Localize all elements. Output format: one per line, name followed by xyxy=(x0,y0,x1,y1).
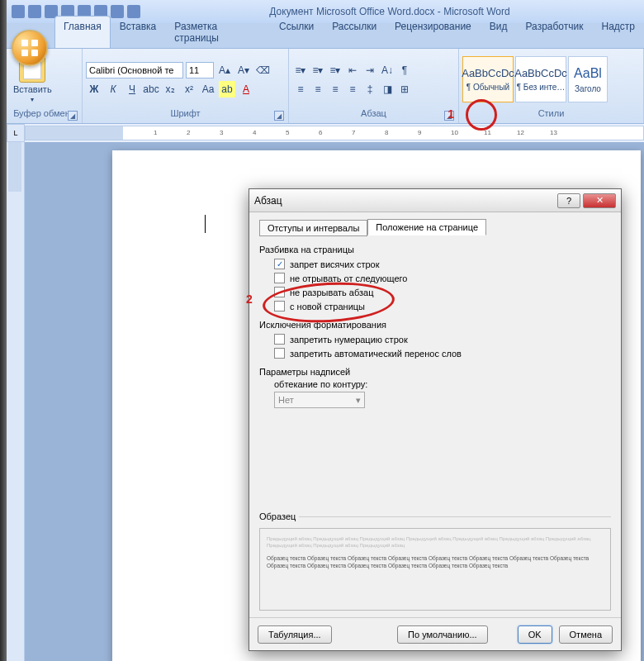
tab-view[interactable]: Вид xyxy=(481,16,517,48)
show-marks-icon[interactable]: ¶ xyxy=(396,62,413,78)
default-button[interactable]: По умолчанию... xyxy=(397,625,488,644)
cancel-button[interactable]: Отмена xyxy=(559,625,613,644)
save-icon[interactable] xyxy=(12,5,25,18)
change-case-icon[interactable]: Aa xyxy=(200,81,216,97)
subscript-icon[interactable]: x₂ xyxy=(162,81,178,97)
tab-layout[interactable]: Разметка страницы xyxy=(165,16,270,48)
italic-icon[interactable]: К xyxy=(105,81,121,97)
ruler-corner-icon[interactable]: L xyxy=(7,124,25,142)
paragraph-dialog: Абзац ? ✕ Отступы и интервалы Положение … xyxy=(249,188,622,651)
office-button[interactable] xyxy=(12,30,48,66)
tab-addins[interactable]: Надстр xyxy=(592,16,644,48)
paste-label: Вставить xyxy=(13,84,52,94)
close-button[interactable]: ✕ xyxy=(583,193,616,208)
ribbon-tabs: Главная Вставка Разметка страницы Ссылки… xyxy=(54,16,644,48)
superscript-icon[interactable]: x² xyxy=(181,81,197,97)
clear-format-icon[interactable]: ⌫ xyxy=(254,62,271,78)
style-heading[interactable]: AaBl Заголо xyxy=(568,56,608,102)
dialog-title: Абзац xyxy=(254,195,555,207)
annotation-circle-1 xyxy=(466,99,497,131)
checkbox-keep-with-next[interactable] xyxy=(274,273,285,283)
section-pagination-label: Разбивка на страницы xyxy=(259,245,611,254)
wrap-label: обтекание по контуру: xyxy=(274,379,611,389)
ok-button[interactable]: OK xyxy=(518,625,552,644)
preview-label: Образец xyxy=(259,511,299,521)
bold-icon[interactable]: Ж xyxy=(86,81,102,97)
checkbox-suppress-line-num[interactable] xyxy=(274,334,285,345)
tab-home[interactable]: Главная xyxy=(54,16,111,48)
shrink-font-icon[interactable]: A▾ xyxy=(235,62,252,78)
tabs-button[interactable]: Табуляция... xyxy=(258,625,332,644)
style-no-spacing[interactable]: AaBbCcDc ¶ Без инте… xyxy=(515,56,566,102)
horizontal-ruler-wrap: L 12 34 56 78 910 1112 13 xyxy=(7,124,644,142)
label-keep-next: не отрывать от следующего xyxy=(290,273,407,283)
numbering-icon[interactable]: ≡▾ xyxy=(310,62,326,78)
tab-mailings[interactable]: Рассылки xyxy=(323,16,386,48)
group-styles-label: Стили xyxy=(538,108,565,118)
checkbox-no-hyphen[interactable] xyxy=(274,348,285,359)
label-suppress-num: запретить нумерацию строк xyxy=(290,335,408,345)
line-spacing-icon[interactable]: ‡ xyxy=(362,81,378,97)
undo-icon[interactable] xyxy=(28,5,41,18)
strike-icon[interactable]: abc xyxy=(143,81,159,97)
ribbon: Вставить ▾ Буфер обмена ◢ Calibri (Основ… xyxy=(7,48,644,124)
label-widow: запрет висячих строк xyxy=(290,259,380,269)
preview-box: Предыдущий абзац Предыдущий абзац Предыд… xyxy=(259,528,611,611)
align-left-icon[interactable]: ≡ xyxy=(292,81,309,97)
font-color-icon[interactable]: A xyxy=(238,81,254,97)
group-clipboard-label: Буфер обмена xyxy=(13,108,75,118)
checkbox-widow-control[interactable]: ✓ xyxy=(274,259,285,269)
horizontal-ruler[interactable]: 12 34 56 78 910 1112 13 xyxy=(25,126,644,140)
annotation-number-2: 2 xyxy=(246,292,253,306)
indent-dec-icon[interactable]: ⇤ xyxy=(344,62,361,78)
style-normal[interactable]: AaBbCcDc ¶ Обычный xyxy=(462,56,514,102)
shading-icon[interactable]: ◨ xyxy=(379,81,395,97)
tab-line-page-breaks[interactable]: Положение на странице xyxy=(367,219,486,235)
clipboard-launcher-icon[interactable]: ◢ xyxy=(68,111,78,121)
font-name-select[interactable]: Calibri (Основной те xyxy=(86,62,183,78)
annotation-number-1: 1 xyxy=(447,107,454,121)
underline-icon[interactable]: Ч xyxy=(124,81,140,97)
align-center-icon[interactable]: ≡ xyxy=(310,81,326,97)
bullets-icon[interactable]: ≡▾ xyxy=(292,62,309,78)
section-textbox-label: Параметры надписей xyxy=(259,367,611,377)
label-no-hyphen: запретить автоматический перенос слов xyxy=(290,349,462,359)
highlight-icon[interactable]: ab xyxy=(219,81,235,97)
multilevel-icon[interactable]: ≡▾ xyxy=(327,62,343,78)
group-paragraph-label: Абзац xyxy=(361,108,386,118)
indent-inc-icon[interactable]: ⇥ xyxy=(362,62,378,78)
tab-references[interactable]: Ссылки xyxy=(270,16,323,48)
tab-review[interactable]: Рецензирование xyxy=(386,16,481,48)
borders-icon[interactable]: ⊞ xyxy=(396,81,413,97)
group-font-label: Шрифт xyxy=(170,108,200,118)
help-button[interactable]: ? xyxy=(557,193,580,208)
grow-font-icon[interactable]: A▴ xyxy=(216,62,233,78)
text-cursor xyxy=(205,215,206,233)
vertical-ruler[interactable] xyxy=(7,142,25,661)
wrap-select: Нет▾ xyxy=(274,392,365,408)
font-launcher-icon[interactable]: ◢ xyxy=(274,111,284,121)
justify-icon[interactable]: ≡ xyxy=(344,81,361,97)
align-right-icon[interactable]: ≡ xyxy=(327,81,343,97)
dialog-title-bar[interactable]: Абзац ? ✕ xyxy=(249,189,621,212)
sort-icon[interactable]: A↓ xyxy=(379,62,395,78)
font-size-select[interactable]: 11 xyxy=(186,62,214,78)
tab-developer[interactable]: Разработчик xyxy=(517,16,593,48)
tab-indents-spacing[interactable]: Отступы и интервалы xyxy=(259,220,367,236)
tab-insert[interactable]: Вставка xyxy=(111,16,166,48)
